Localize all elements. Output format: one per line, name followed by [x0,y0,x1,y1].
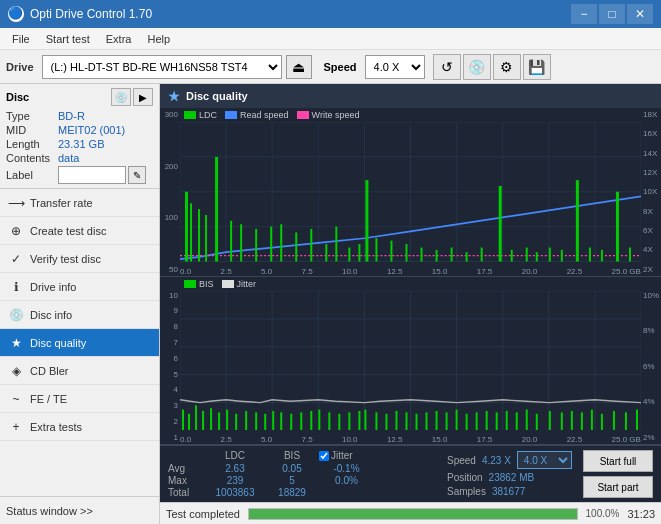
disc-mid-row: MID MEIT02 (001) [6,124,153,136]
jitter-checkbox[interactable] [319,451,329,461]
svg-rect-96 [426,412,428,430]
nav-extra-tests[interactable]: + Extra tests [0,413,159,441]
menu-extra[interactable]: Extra [98,31,140,47]
svg-rect-71 [195,405,197,430]
max-row: Max 239 5 0.0% [168,475,441,486]
status-window-button[interactable]: Status window >> [0,496,159,524]
disc-header: Disc 💿 ▶ [6,88,153,106]
avg-label: Avg [168,463,203,474]
minimize-button[interactable]: − [571,4,597,24]
start-full-button[interactable]: Start full [583,450,653,472]
svg-rect-79 [264,413,266,430]
config-button[interactable]: ⚙ [493,54,521,80]
jitter-checkbox-label[interactable]: Jitter [319,450,374,461]
status-text: Test completed [166,508,240,520]
menu-start-test[interactable]: Start test [38,31,98,47]
create-test-disc-icon: ⊕ [8,223,24,239]
nav-fe-te[interactable]: ~ FE / TE [0,385,159,413]
label-edit-button[interactable]: ✎ [128,166,146,184]
maximize-button[interactable]: □ [599,4,625,24]
svg-rect-23 [255,229,257,262]
svg-rect-91 [375,412,377,430]
nav-create-test-disc[interactable]: ⊕ Create test disc [0,217,159,245]
svg-rect-18 [198,209,200,261]
disc-icon-btn1[interactable]: 💿 [111,88,131,106]
progress-bar [248,508,578,520]
ldc-chart-svg [180,122,641,262]
progress-bar-fill [249,509,577,519]
speed-info-row: Speed 4.23 X 4.0 X [447,451,577,469]
samples-info-row: Samples 381677 [447,486,577,497]
time-label: 31:23 [627,508,655,520]
nav-transfer-rate[interactable]: ⟶ Transfer rate [0,189,159,217]
speed-select[interactable]: 4.0 X [365,55,425,79]
svg-rect-89 [358,410,360,430]
svg-rect-16 [185,192,188,262]
avg-jitter: -0.1% [319,463,374,474]
bis-legend-color [184,280,196,288]
position-value: 23862 MB [489,472,535,483]
svg-rect-82 [290,413,292,430]
menu-help[interactable]: Help [139,31,178,47]
mid-value: MEIT02 (001) [58,124,125,136]
svg-rect-45 [549,248,551,262]
avg-bis: 0.05 [267,463,317,474]
disc-contents-row: Contents data [6,152,153,164]
menu-file[interactable]: File [4,31,38,47]
nav-cd-bler[interactable]: ◈ CD Bler [0,357,159,385]
total-bis: 18829 [267,487,317,498]
disc-icon-btn2[interactable]: ▶ [133,88,153,106]
ldc-col-header: LDC [205,450,265,461]
speed-select-small[interactable]: 4.0 X [517,451,572,469]
window-controls: − □ ✕ [571,4,653,24]
bis-y-axis-left: 10 9 8 7 6 5 4 3 2 1 [160,277,180,445]
max-bis: 5 [267,475,317,486]
eject-button[interactable]: ⏏ [286,55,312,79]
nav-verify-test-disc-label: Verify test disc [30,253,101,265]
start-part-button[interactable]: Start part [583,476,653,498]
nav-verify-test-disc[interactable]: ✓ Verify test disc [0,245,159,273]
svg-rect-81 [280,412,282,430]
test-buttons: Start full Start part [583,450,653,498]
total-label: Total [168,487,203,498]
nav-drive-info[interactable]: ℹ Drive info [0,273,159,301]
nav-menu: ⟶ Transfer rate ⊕ Create test disc ✓ Ver… [0,189,159,496]
quality-panel-icon: ★ [168,89,180,104]
bis-chart: BIS Jitter 10 9 8 7 6 5 4 3 2 1 [160,277,661,446]
nav-disc-quality[interactable]: ★ Disc quality [0,329,159,357]
refresh-button[interactable]: ↺ [433,54,461,80]
speed-info-label: Speed [447,455,476,466]
save-button[interactable]: 💾 [523,54,551,80]
quality-panel-title: Disc quality [186,90,248,102]
app-icon: 🔵 [8,6,24,22]
svg-rect-101 [476,412,478,430]
nav-disc-info[interactable]: 💿 Disc info [0,301,159,329]
svg-rect-37 [436,250,438,262]
svg-rect-34 [390,241,392,262]
app-title: Opti Drive Control 1.70 [30,7,571,21]
svg-rect-116 [636,409,638,430]
drive-select[interactable]: (L:) HL-DT-ST BD-RE WH16NS58 TST4 [42,55,282,79]
svg-rect-94 [405,412,407,430]
jitter-label: Jitter [331,450,353,461]
disc-button[interactable]: 💿 [463,54,491,80]
status-window-label: Status window >> [6,505,93,517]
svg-rect-108 [549,410,551,430]
total-ldc: 1003863 [205,487,265,498]
label-input[interactable] [58,166,126,184]
nav-create-test-disc-label: Create test disc [30,225,106,237]
disc-section-title: Disc [6,91,29,103]
svg-rect-73 [210,408,212,430]
svg-rect-26 [295,232,297,261]
svg-rect-100 [466,413,468,430]
toolbar-icons: ↺ 💿 ⚙ 💾 [433,54,551,80]
drive-toolbar: Drive (L:) HL-DT-ST BD-RE WH16NS58 TST4 … [0,50,661,84]
svg-rect-28 [325,244,327,261]
svg-rect-110 [571,410,573,430]
bis-chart-svg [180,291,641,431]
close-button[interactable]: ✕ [627,4,653,24]
svg-rect-86 [328,412,330,430]
svg-rect-99 [456,409,458,430]
disc-info-icon: 💿 [8,307,24,323]
svg-rect-30 [348,248,350,262]
